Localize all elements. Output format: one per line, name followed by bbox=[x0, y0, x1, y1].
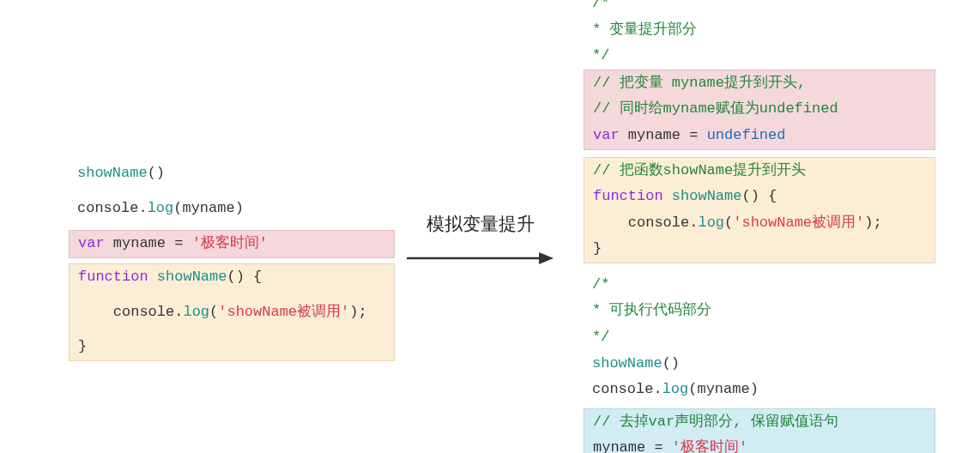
hoisted-var-block: // 把变量 myname提升到开头, // 同时给myname赋值为undef… bbox=[584, 69, 935, 150]
code-line-func-decl: function showName() { bbox=[70, 264, 394, 291]
arrow-icon bbox=[403, 245, 558, 271]
original-code-panel: showName() console.log(myname) var mynam… bbox=[69, 92, 395, 361]
code-line-func-close: } bbox=[584, 236, 935, 263]
var-declaration-block: var myname = '极客时间' bbox=[69, 230, 395, 258]
code-line-call: showName() bbox=[69, 160, 395, 187]
code-line-var-hoist: var myname = undefined bbox=[584, 123, 935, 149]
comment-block-exec: * 可执行代码部分 bbox=[584, 298, 935, 324]
function-declaration-block: function showName() { console.log('showN… bbox=[69, 263, 395, 361]
arrow-label: 模拟变量提升 bbox=[426, 208, 535, 240]
assign-block: // 去掉var声明部分, 保留赋值语句 myname = '极客时间' bbox=[584, 408, 935, 453]
code-line-func-body: console.log('showName被调用'); bbox=[584, 210, 935, 237]
code-line-exec-log: console.log(myname) bbox=[584, 377, 935, 403]
comment-block-hoist: * 变量提升部分 bbox=[584, 17, 935, 44]
code-line-assign: myname = '极客时间' bbox=[584, 435, 935, 453]
comment-line: // 把函数showName提升到开头 bbox=[584, 158, 935, 184]
code-line-func-close: } bbox=[70, 334, 394, 360]
comment-line: // 把变量 myname提升到开头, bbox=[584, 70, 935, 97]
comment-block-exec: */ bbox=[584, 324, 935, 351]
comment-block-exec: /* bbox=[584, 272, 935, 299]
comment-block-hoist: */ bbox=[584, 43, 935, 69]
comment-block-hoist: /* bbox=[584, 0, 935, 17]
code-line-func-hoist: function showName() { bbox=[584, 184, 935, 210]
code-line-exec-call: showName() bbox=[584, 351, 935, 378]
code-line-console: console.log(myname) bbox=[69, 196, 395, 222]
code-line-func-body: console.log('showName被调用'); bbox=[70, 299, 394, 326]
comment-line: // 去掉var声明部分, 保留赋值语句 bbox=[584, 409, 935, 436]
svg-marker-1 bbox=[539, 252, 554, 264]
arrow-section: 模拟变量提升 bbox=[395, 208, 566, 271]
code-line-var: var myname = '极客时间' bbox=[70, 231, 394, 257]
comment-line: // 同时给myname赋值为undefined bbox=[584, 96, 935, 123]
diagram-container: showName() console.log(myname) var mynam… bbox=[0, 0, 980, 453]
hoisted-code-panel: /* * 变量提升部分 */ // 把变量 myname提升到开头, // 同时… bbox=[584, 0, 935, 453]
hoisted-func-block: // 把函数showName提升到开头 function showName() … bbox=[584, 157, 935, 263]
